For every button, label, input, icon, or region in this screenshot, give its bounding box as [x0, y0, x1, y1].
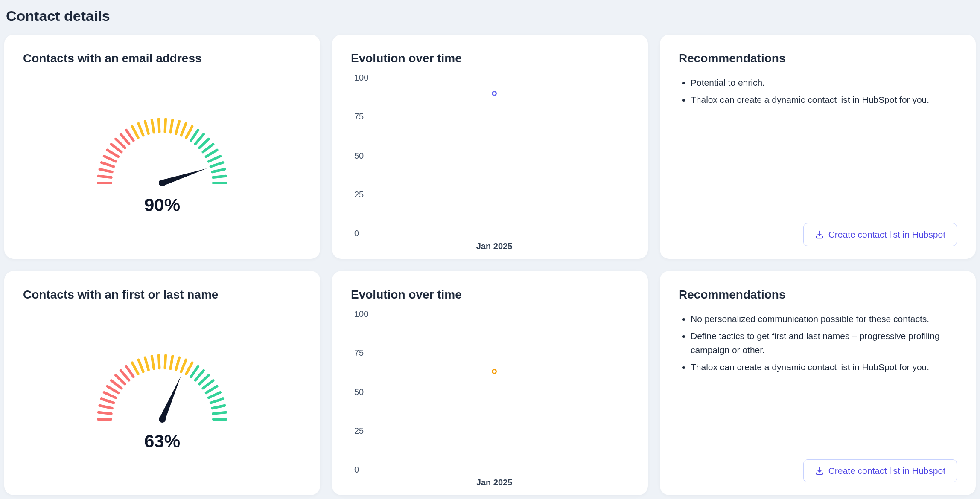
svg-line-49	[176, 357, 179, 370]
recommendation-item: Define tactics to get first and last nam…	[691, 329, 957, 357]
svg-line-51	[186, 363, 192, 374]
svg-line-39	[116, 375, 125, 384]
svg-line-10	[132, 126, 138, 138]
svg-line-34	[100, 406, 112, 408]
y-tick: 0	[354, 229, 359, 238]
y-tick: 50	[354, 151, 364, 160]
svg-line-22	[199, 139, 209, 148]
svg-line-48	[170, 356, 172, 369]
svg-line-43	[138, 360, 143, 372]
svg-line-18	[181, 124, 186, 136]
svg-line-20	[191, 130, 198, 141]
svg-line-47	[165, 355, 166, 368]
card-evolution-name: Evolution over time 100 75 50 25 0 Jan 2…	[332, 271, 648, 495]
download-icon	[815, 230, 824, 239]
recommendation-item: No personalized communication possible f…	[691, 312, 957, 326]
gauge-value: 90%	[144, 195, 180, 215]
gauge-chart	[90, 342, 235, 424]
data-point	[492, 369, 497, 374]
card-title: Recommendations	[679, 52, 957, 65]
recommendation-item: Potential to enrich.	[691, 75, 957, 90]
svg-line-58	[211, 399, 223, 403]
card-evolution-email: Evolution over time 100 75 50 25 0 Jan 2…	[332, 35, 648, 259]
svg-line-12	[145, 121, 149, 133]
svg-line-3	[102, 162, 114, 167]
svg-line-54	[199, 375, 209, 384]
x-tick: Jan 2025	[476, 241, 513, 251]
y-tick: 25	[354, 426, 364, 435]
svg-line-56	[206, 386, 217, 393]
svg-line-1	[99, 176, 111, 177]
data-point	[492, 91, 497, 96]
y-tick: 100	[354, 73, 368, 83]
svg-line-44	[145, 357, 149, 370]
y-tick: 75	[354, 348, 364, 358]
svg-line-8	[121, 134, 129, 144]
evolution-chart: 100 75 50 25 0 Jan 2025	[351, 75, 629, 246]
card-recommendations-name: Recommendations No personalized communic…	[660, 271, 976, 495]
x-tick: Jan 2025	[476, 478, 513, 487]
svg-line-45	[152, 356, 154, 369]
page-title: Contact details	[4, 0, 976, 35]
button-label: Create contact list in Hubspot	[828, 466, 945, 476]
recommendation-item: Thalox can create a dynamic contact list…	[691, 360, 957, 374]
recommendations-list: No personalized communication possible f…	[679, 312, 957, 377]
card-title: Contacts with an email address	[23, 52, 301, 65]
y-tick: 50	[354, 387, 364, 397]
gauge: 90%	[23, 75, 301, 246]
svg-line-60	[213, 412, 226, 414]
evolution-chart: 100 75 50 25 0 Jan 2025	[351, 312, 629, 482]
gauge-chart	[90, 106, 235, 187]
svg-line-33	[99, 412, 111, 414]
svg-line-21	[195, 134, 204, 144]
card-recommendations-email: Recommendations Potential to enrich. Tha…	[660, 35, 976, 259]
svg-line-15	[165, 119, 166, 132]
card-title: Recommendations	[679, 288, 957, 302]
svg-line-14	[159, 119, 160, 132]
card-title: Evolution over time	[351, 288, 629, 302]
create-list-button[interactable]: Create contact list in Hubspot	[803, 223, 957, 246]
y-tick: 100	[354, 309, 368, 319]
svg-line-9	[126, 130, 134, 141]
svg-line-5	[107, 150, 118, 157]
gauge: 63%	[23, 312, 301, 482]
svg-line-38	[111, 380, 122, 388]
button-label: Create contact list in Hubspot	[828, 229, 945, 240]
dashboard-grid: Contacts with an email address 90% Evolu…	[4, 35, 976, 495]
svg-line-57	[209, 392, 220, 398]
svg-point-63	[159, 416, 166, 423]
card-gauge-email: Contacts with an email address 90%	[4, 35, 320, 259]
svg-line-35	[102, 399, 114, 403]
svg-line-59	[212, 406, 225, 408]
card-gauge-name: Contacts with an first or last name 63%	[4, 271, 320, 495]
svg-line-13	[152, 120, 154, 133]
svg-marker-62	[160, 376, 181, 421]
create-list-button[interactable]: Create contact list in Hubspot	[803, 459, 957, 482]
svg-line-46	[159, 355, 160, 368]
recommendation-item: Thalox can create a dynamic contact list…	[691, 93, 957, 107]
svg-line-23	[203, 144, 213, 152]
y-tick: 25	[354, 189, 364, 199]
svg-line-2	[100, 169, 112, 172]
recommendations-list: Potential to enrich. Thalox can create a…	[679, 75, 957, 109]
svg-line-7	[116, 139, 125, 148]
svg-line-11	[138, 124, 143, 136]
svg-line-4	[104, 156, 116, 162]
svg-line-19	[186, 126, 192, 138]
svg-line-25	[209, 156, 220, 162]
gauge-value: 63%	[144, 431, 180, 452]
svg-line-53	[195, 371, 204, 380]
svg-line-17	[176, 121, 179, 133]
svg-line-42	[132, 363, 138, 374]
svg-line-37	[107, 386, 118, 393]
svg-line-41	[126, 366, 134, 377]
svg-line-16	[170, 120, 172, 133]
svg-line-6	[111, 144, 122, 152]
svg-line-52	[191, 366, 198, 377]
svg-line-27	[212, 169, 225, 172]
y-tick: 75	[354, 112, 364, 122]
svg-marker-30	[161, 168, 207, 186]
card-title: Evolution over time	[351, 52, 629, 65]
svg-line-28	[213, 176, 226, 177]
svg-line-26	[211, 162, 223, 167]
